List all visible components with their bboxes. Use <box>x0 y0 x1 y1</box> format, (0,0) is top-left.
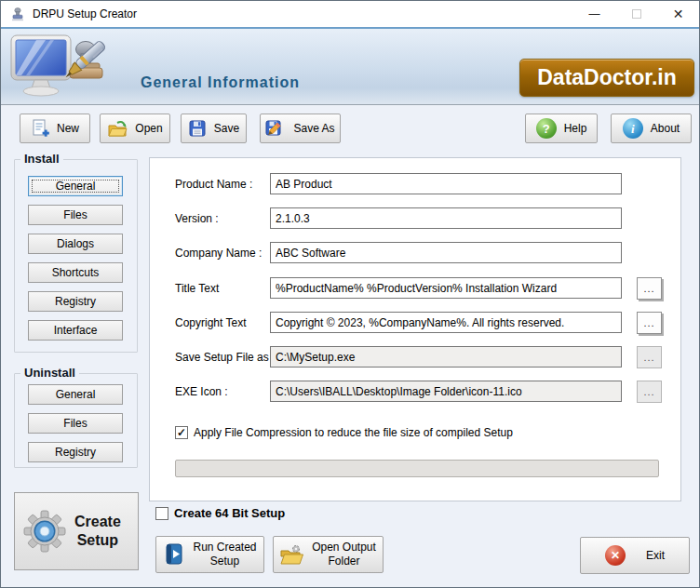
save-button[interactable]: Save <box>181 114 247 143</box>
header-banner: General Information DataDoctor.in <box>1 29 699 105</box>
app-stamp-icon <box>10 7 25 21</box>
exe-icon-label: EXE Icon : <box>175 381 228 403</box>
open-button[interactable]: Open <box>100 114 170 143</box>
output-label-line1: Open Output <box>312 541 376 554</box>
uninstall-group: Uninstall General Files Registry <box>14 373 138 468</box>
new-button-label: New <box>57 122 79 135</box>
open-folder-icon <box>107 119 128 138</box>
sidebar-item-install-general[interactable]: General <box>28 176 123 196</box>
page-title: General Information <box>141 74 300 91</box>
product-name-input[interactable] <box>270 173 622 194</box>
bit64-label: Create 64 Bit Setup <box>174 506 285 520</box>
sidebar-item-install-dialogs[interactable]: Dialogs <box>28 234 123 254</box>
exe-icon-input[interactable] <box>270 381 622 402</box>
uninstall-group-title: Uninstall <box>20 366 79 380</box>
help-icon: ? <box>536 118 557 139</box>
output-label-line2: Folder <box>328 555 359 568</box>
general-information-panel: Product Name : Version : Company Name : … <box>149 157 681 501</box>
app-window: DRPU Setup Creator — ✕ <box>0 0 700 588</box>
sidebar-item-label: General <box>56 388 96 401</box>
title-text-input[interactable] <box>270 277 622 299</box>
title-text-label: Title Text <box>175 277 219 300</box>
company-name-label: Company Name : <box>175 242 262 264</box>
compression-checkbox[interactable]: ✓ <box>175 426 188 439</box>
sidebar-item-install-files[interactable]: Files <box>28 205 123 225</box>
company-name-row: Company Name : <box>150 242 680 264</box>
compression-label: Apply File Compression to reduce the fil… <box>194 426 513 439</box>
run-label-line2: Setup <box>210 555 239 568</box>
window-controls: — ✕ <box>573 1 699 27</box>
exe-icon-browse-button[interactable]: ... <box>637 381 662 403</box>
run-created-setup-button[interactable]: Run Created Setup <box>155 536 264 573</box>
close-button[interactable]: ✕ <box>657 1 699 27</box>
save-setup-file-input[interactable] <box>270 346 622 368</box>
bit64-checkbox-row: Create 64 Bit Setup <box>155 506 285 520</box>
sidebar-item-label: Registry <box>55 295 96 308</box>
sidebar-item-label: Dialogs <box>57 237 94 250</box>
save-button-label: Save <box>214 122 239 135</box>
gear-icon <box>23 510 66 553</box>
output-folder-icon <box>280 543 304 566</box>
create-setup-label: Create Setup <box>74 513 121 550</box>
sidebar-item-label: General <box>56 180 96 193</box>
progress-bar <box>175 460 659 477</box>
sidebar-item-uninstall-files[interactable]: Files <box>28 413 123 434</box>
version-label: Version : <box>175 207 219 230</box>
new-button[interactable]: New <box>20 114 90 143</box>
run-created-setup-label: Run Created Setup <box>193 541 256 568</box>
open-output-folder-label: Open Output Folder <box>312 541 376 568</box>
minimize-button[interactable]: — <box>573 1 615 27</box>
sidebar-item-install-interface[interactable]: Interface <box>28 320 123 341</box>
product-name-label: Product Name : <box>175 173 252 195</box>
bit64-checkbox[interactable] <box>155 507 168 520</box>
company-name-input[interactable] <box>270 242 622 263</box>
title-text-browse-button[interactable]: ... <box>637 277 662 300</box>
save-setup-file-browse-button[interactable]: ... <box>637 346 662 368</box>
run-setup-icon <box>163 542 185 567</box>
brand-logo[interactable]: DataDoctor.in <box>519 59 694 97</box>
exe-icon-row: EXE Icon : ... <box>150 381 680 403</box>
sidebar-item-label: Files <box>63 208 87 221</box>
exit-button[interactable]: ✕ Exit <box>580 537 690 574</box>
save-floppy-icon <box>188 119 207 138</box>
save-setup-file-row: Save Setup File as : ... <box>150 346 680 368</box>
sidebar-item-install-shortcuts[interactable]: Shortcuts <box>28 262 123 283</box>
install-group-title: Install <box>20 152 63 166</box>
version-row: Version : <box>150 207 680 230</box>
sidebar-item-label: Shortcuts <box>52 266 100 279</box>
install-group: Install General Files Dialogs Shortcuts … <box>14 159 138 353</box>
product-name-row: Product Name : <box>150 173 680 195</box>
sidebar-item-label: Interface <box>54 324 98 337</box>
window-title: DRPU Setup Creator <box>33 7 137 20</box>
title-bar: DRPU Setup Creator — ✕ <box>1 1 699 29</box>
copyright-text-label: Copyright Text <box>175 312 246 334</box>
save-as-button[interactable]: Save As <box>260 114 341 143</box>
sidebar-item-uninstall-general[interactable]: General <box>28 384 123 405</box>
open-button-label: Open <box>135 122 162 135</box>
version-input[interactable] <box>270 207 622 229</box>
copyright-text-browse-button[interactable]: ... <box>637 312 662 334</box>
sidebar-item-install-registry[interactable]: Registry <box>28 291 123 312</box>
help-button[interactable]: ? Help <box>525 114 598 143</box>
compression-checkbox-row: ✓ Apply File Compression to reduce the f… <box>175 426 513 439</box>
run-label-line1: Run Created <box>193 541 256 554</box>
computer-stamp-pen-illustration <box>8 33 134 103</box>
about-button[interactable]: i About <box>611 114 692 143</box>
help-button-label: Help <box>564 122 587 135</box>
sidebar-item-label: Registry <box>55 446 96 459</box>
title-text-row: Title Text ... <box>150 277 680 300</box>
exit-button-label: Exit <box>646 549 665 562</box>
save-as-button-label: Save As <box>293 122 334 135</box>
exit-icon: ✕ <box>605 545 626 566</box>
sidebar-item-uninstall-registry[interactable]: Registry <box>28 442 123 462</box>
create-setup-button[interactable]: Create Setup <box>14 492 139 570</box>
open-output-folder-button[interactable]: Open Output Folder <box>273 536 384 573</box>
about-icon: i <box>623 118 643 139</box>
new-document-icon <box>31 119 49 138</box>
maximize-button[interactable] <box>615 1 657 27</box>
copyright-text-row: Copyright Text ... <box>150 312 680 334</box>
maximize-icon <box>632 9 641 19</box>
copyright-text-input[interactable] <box>270 312 622 333</box>
checkmark-icon: ✓ <box>177 427 186 438</box>
sidebar-item-label: Files <box>63 417 87 430</box>
